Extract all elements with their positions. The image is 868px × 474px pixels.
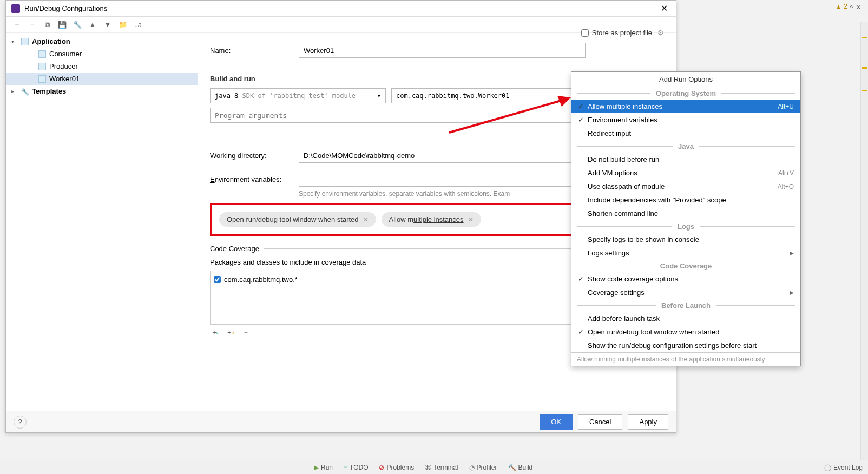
dialog-titlebar: Run/Debug Configurations ✕ — [6, 1, 676, 17]
option-allow-multiple[interactable]: ✓ Allow multiple instances Alt+U — [571, 100, 800, 113]
close-icon[interactable]: ✕ — [657, 2, 670, 15]
remove-icon[interactable]: － — [27, 19, 37, 30]
store-project-file-label: Store as project file — [592, 29, 652, 37]
check-icon: ✓ — [578, 275, 588, 283]
chip-allow-multiple[interactable]: Allow multiple instances ✕ — [382, 212, 481, 227]
add-class-icon[interactable]: +c — [210, 327, 221, 338]
add-icon[interactable]: ＋ — [11, 19, 22, 30]
application-icon — [38, 50, 46, 58]
tree-node-templates[interactable]: ▸ Templates — [6, 85, 198, 97]
store-project-file-row: Store as project file ⚙ — [581, 29, 664, 37]
tree-label: Consumer — [49, 50, 82, 58]
application-icon — [38, 63, 46, 70]
add-package-icon[interactable]: +p — [225, 327, 236, 338]
copy-icon[interactable]: ⧉ — [42, 19, 52, 30]
chevron-down-icon: ▾ — [11, 38, 18, 44]
down-icon[interactable]: ▼ — [102, 19, 113, 30]
warning-icon — [836, 2, 841, 10]
option-show-coverage[interactable]: ✓Show code coverage options — [571, 272, 800, 286]
option-coverage-settings[interactable]: Coverage settings▶ — [571, 286, 800, 299]
gear-icon[interactable]: ⚙ — [657, 29, 664, 37]
wrench-icon[interactable]: 🔧 — [72, 19, 83, 30]
intellij-icon — [11, 4, 20, 13]
popup-group-os: Operating System — [571, 87, 800, 100]
chevron-down-icon: ▾ — [377, 92, 381, 100]
status-problems[interactable]: ⊘Problems — [373, 464, 419, 471]
status-bar: ▶Run ≡TODO ⊘Problems ⌘Terminal ◔Profiler… — [0, 460, 868, 474]
remove-chip-icon[interactable]: ✕ — [363, 216, 369, 223]
option-redirect-input[interactable]: Redirect input — [571, 127, 800, 140]
name-label: Name: — [210, 47, 291, 55]
remove-coverage-icon[interactable]: － — [240, 327, 251, 338]
chip-open-tool-window[interactable]: Open run/debug tool window when started … — [219, 212, 376, 227]
chip-label: Open run/debug tool window when started — [227, 215, 359, 223]
status-profiler[interactable]: ◔Profiler — [464, 464, 503, 471]
popup-group-java: Java — [571, 140, 800, 153]
check-icon: ✓ — [578, 328, 588, 336]
check-icon: ✓ — [578, 116, 588, 124]
env-hint: Specify environment variables, separate … — [299, 190, 510, 198]
save-icon[interactable]: 💾 — [57, 19, 68, 30]
application-icon — [21, 38, 29, 45]
apply-button[interactable]: Apply — [628, 414, 668, 430]
close-hints-icon[interactable]: ✕ — [856, 3, 862, 11]
sdk-select[interactable]: java 8 SDK of 'rabbitmq-test' module ▾ — [210, 88, 386, 103]
add-run-options-popup: Add Run Options Operating System ✓ Allow… — [571, 71, 801, 366]
code-coverage-title: Code Coverage — [210, 245, 259, 253]
name-input[interactable] — [299, 43, 586, 58]
coverage-checkbox[interactable] — [214, 276, 221, 283]
ok-button[interactable]: OK — [540, 414, 573, 430]
option-classpath[interactable]: Use classpath of moduleAlt+O — [571, 180, 800, 193]
option-no-build[interactable]: Do not build before run — [571, 153, 800, 166]
tree-node-consumer[interactable]: Consumer — [6, 48, 198, 60]
option-include-provided[interactable]: Include dependencies with "Provided" sco… — [571, 193, 800, 207]
config-toolbar: ＋ － ⧉ 💾 🔧 ▲ ▼ 📁 ↓a — [6, 17, 676, 33]
warning-count: 2 — [844, 2, 847, 10]
remove-chip-icon[interactable]: ✕ — [468, 216, 474, 223]
tree-label: Worker01 — [49, 75, 80, 83]
option-env-vars[interactable]: ✓ Environment variables — [571, 113, 800, 127]
status-event-log[interactable]: ◯Event Log — [819, 464, 868, 471]
config-tree: ▾ Application Consumer Producer Worker01… — [6, 33, 198, 411]
help-icon[interactable]: ? — [14, 416, 27, 429]
chevron-right-icon: ▸ — [11, 88, 18, 94]
inspection-warnings[interactable]: 2 — [836, 2, 847, 10]
store-project-file-checkbox[interactable] — [581, 29, 589, 37]
status-todo[interactable]: ≡TODO — [338, 464, 373, 471]
main-class-value: com.caq.rabbitmq.two.Worker01 — [396, 92, 510, 100]
status-run[interactable]: ▶Run — [308, 464, 338, 471]
option-logs-settings[interactable]: Logs settings▶ — [571, 246, 800, 260]
popup-group-coverage: Code Coverage — [571, 260, 800, 272]
option-add-before[interactable]: Add before launch task — [571, 312, 800, 325]
option-vm-options[interactable]: Add VM optionsAlt+V — [571, 166, 800, 180]
chevron-right-icon: ▶ — [790, 250, 794, 256]
popup-group-before: Before Launch — [571, 299, 800, 312]
tree-label-application: Application — [32, 37, 70, 45]
option-show-before[interactable]: Show the run/debug configuration setting… — [571, 339, 800, 352]
chevron-right-icon: ▶ — [790, 289, 794, 295]
tree-label-templates: Templates — [32, 87, 66, 95]
tree-node-producer[interactable]: Producer — [6, 60, 198, 73]
option-specify-logs[interactable]: Specify logs to be shown in console — [571, 233, 800, 246]
popup-group-logs: Logs — [571, 220, 800, 233]
tree-node-worker01[interactable]: Worker01 — [6, 73, 198, 85]
tree-label: Producer — [49, 62, 78, 70]
up-icon[interactable]: ▲ — [87, 19, 98, 30]
folder-icon[interactable]: 📁 — [117, 19, 128, 30]
tree-node-application[interactable]: ▾ Application — [6, 35, 198, 48]
sort-icon[interactable]: ↓a — [133, 19, 143, 30]
check-icon: ✓ — [578, 102, 588, 110]
cancel-button[interactable]: Cancel — [578, 414, 622, 430]
status-build[interactable]: 🔨Build — [503, 464, 538, 471]
dialog-footer: ? OK Cancel Apply — [6, 411, 676, 432]
option-shorten-cmd[interactable]: Shorten command line — [571, 207, 800, 220]
editor-gutter — [860, 22, 868, 460]
collapse-icon[interactable]: ^ — [850, 3, 853, 11]
status-terminal[interactable]: ⌘Terminal — [419, 464, 463, 471]
option-open-tool[interactable]: ✓Open run/debug tool window when started — [571, 325, 800, 339]
chip-label: Allow multiple instances — [389, 215, 464, 223]
working-dir-label: Working directory: — [210, 152, 291, 160]
dialog-title: Run/Debug Configurations — [24, 4, 657, 12]
popup-title: Add Run Options — [571, 72, 800, 87]
popup-hint: Allow running multiple instances of the … — [571, 352, 800, 366]
